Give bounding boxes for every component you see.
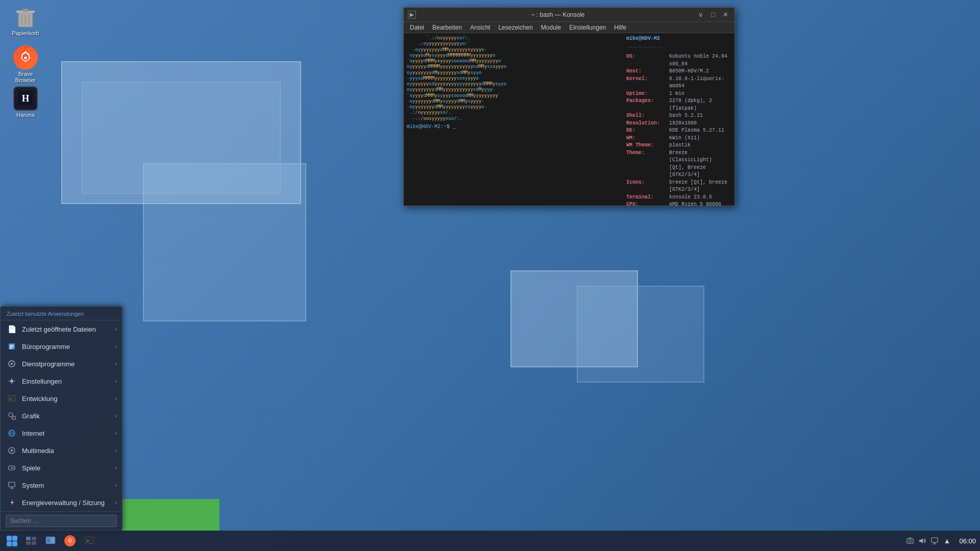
sysinfo-host: Host:B650M-HDV/M.2: [626, 68, 730, 76]
menu-item-system[interactable]: System ›: [1, 477, 122, 494]
desktop: Papierkorb Brave Browser: [0, 0, 980, 551]
terminal-menu-bearbeiten[interactable]: Bearbeiten: [428, 23, 466, 32]
terminal-menu-datei[interactable]: Datei: [406, 23, 428, 32]
svg-rect-34: [7, 536, 12, 541]
menu-item-einstellungen[interactable]: Einstellungen ›: [1, 372, 122, 390]
sysinfo-os: OS:Kubuntu noble 24.04 x86_64: [626, 53, 730, 68]
terminal-ascii-art: `.:/osyyyyyso/:. .:oyyyyyyyyyyyyyo:` -oy…: [404, 33, 622, 206]
terminal-prompt[interactable]: mike@HDV-M2:~$ _: [407, 123, 619, 131]
einstellungen-icon: [7, 376, 17, 386]
internet-arrow: ›: [115, 431, 117, 436]
terminal-taskbar-button[interactable]: >_: [80, 532, 99, 550]
menu-item-recent-files[interactable]: 📄 Zuletzt geöffnete Dateien ›: [1, 320, 122, 338]
menu-item-dienst[interactable]: Dienstprogramme ›: [1, 355, 122, 372]
terminal-window: ▶ ~ : bash — Konsole ∨ □ ✕ Datei Bearbei…: [403, 7, 735, 206]
svg-rect-50: [932, 538, 938, 542]
terminal-maximize-btn[interactable]: □: [708, 10, 718, 20]
grafik-arrow: ›: [115, 413, 117, 419]
system-tray: ▲: [905, 536, 952, 546]
svg-rect-41: [32, 541, 36, 545]
green-rect: [122, 499, 219, 531]
terminal-menu-module[interactable]: Module: [537, 23, 565, 32]
svg-rect-31: [9, 482, 15, 487]
svg-rect-44: [51, 538, 54, 540]
menu-item-multimedia[interactable]: Multimedia ›: [1, 442, 122, 459]
terminal-menu-ansicht[interactable]: Ansicht: [466, 23, 494, 32]
terminal-title: ~ : bash — Konsole: [420, 11, 696, 18]
terminal-sysinfo: mike@HDV-M2 ------------ OS:Kubuntu nobl…: [622, 33, 734, 206]
svg-text:H: H: [22, 93, 30, 104]
energy-icon: [7, 497, 17, 508]
svg-rect-38: [26, 537, 31, 540]
terminal-menu-einstellungen[interactable]: Einstellungen: [565, 23, 610, 32]
svg-point-16: [10, 380, 13, 383]
sysinfo-kernel: Kernel:6.10.9-1-liquorix-amd64: [626, 76, 730, 90]
svg-rect-40: [26, 541, 31, 545]
monitor-tray-icon[interactable]: [929, 536, 940, 546]
brave-label: Brave Browser: [7, 71, 44, 83]
volume-tray-icon[interactable]: [917, 536, 927, 546]
terminal-minimize-btn[interactable]: ∨: [696, 10, 706, 20]
menu-item-entwicklung[interactable]: >_ Entwicklung ›: [1, 390, 122, 407]
menu-item-buero[interactable]: Büroprogramme ›: [1, 338, 122, 355]
buero-arrow: ›: [115, 344, 117, 349]
terminal-titlebar: ▶ ~ : bash — Konsole ∨ □ ✕: [404, 8, 734, 22]
internet-icon: [7, 428, 17, 438]
trash-label: Papierkorb: [12, 30, 39, 36]
multimedia-arrow: ›: [115, 448, 117, 454]
entwicklung-icon: >_: [7, 393, 17, 404]
sysinfo-cpu: CPU:AMD Ryzen 5 8600G w/ Radeon 760M Gra…: [626, 201, 730, 206]
einstellungen-arrow: ›: [115, 379, 117, 384]
taskbar-right: ▲ 06:00: [901, 536, 980, 546]
start-button[interactable]: [3, 532, 21, 550]
pager-button[interactable]: [22, 532, 40, 550]
menu-item-grafik[interactable]: Grafik ›: [1, 407, 122, 424]
menu-header: Zuletzt benutzte Anwendungen: [1, 307, 122, 320]
bg-shape-6: [577, 286, 704, 383]
brave-taskbar-button[interactable]: [61, 532, 79, 550]
dienst-arrow: ›: [115, 361, 117, 367]
sysinfo-wm-theme: WM Theme:plastik: [626, 142, 730, 149]
svg-rect-12: [10, 346, 14, 347]
system-arrow: ›: [115, 483, 117, 488]
sysinfo-uptime: Uptime:1 min: [626, 90, 730, 98]
energy-arrow: ›: [115, 500, 117, 506]
expand-tray-icon[interactable]: ▲: [942, 536, 952, 546]
trash-icon: [13, 5, 38, 29]
desktop-icon-haruna[interactable]: H Haruna: [5, 84, 46, 120]
terminal-menu-hilfe[interactable]: Hilfe: [610, 23, 630, 32]
svg-rect-35: [12, 536, 17, 541]
dolphin-button[interactable]: [41, 532, 60, 550]
svg-rect-2: [22, 9, 29, 11]
menu-item-internet[interactable]: Internet ›: [1, 424, 122, 442]
svg-point-30: [13, 468, 14, 469]
desktop-icon-trash[interactable]: Papierkorb: [5, 3, 46, 38]
buero-icon: [7, 341, 17, 352]
svg-point-49: [909, 540, 912, 542]
grafik-icon: [7, 411, 17, 421]
recent-files-icon: 📄: [7, 324, 17, 334]
sysinfo-theme: Theme:Breeze (ClassicLight) [Qt], Breeze…: [626, 149, 730, 179]
terminal-sysinfo-user: mike@HDV-M2: [626, 35, 730, 43]
terminal-close-btn[interactable]: ✕: [720, 10, 730, 20]
sysinfo-resolution: Resolution:980x551: [626, 120, 730, 128]
terminal-title-icon: ▶: [408, 11, 416, 19]
desktop-icon-brave[interactable]: Brave Browser: [5, 43, 46, 85]
spiele-arrow: ›: [115, 465, 117, 471]
terminal-menu-lesezeichen[interactable]: Lesezeichen: [494, 23, 536, 32]
sysinfo-terminal: Terminal:konsole 23.8.5: [626, 194, 730, 202]
terminal-controls: ∨ □ ✕: [696, 10, 730, 20]
camera-tray-icon[interactable]: [905, 536, 915, 546]
sysinfo-packages: Packages:2278 (dpkg), 2 (flatpak): [626, 97, 730, 112]
svg-rect-48: [907, 539, 913, 543]
dienst-icon: [7, 359, 17, 369]
terminal-content: `.:/osyyyyyso/:. .:oyyyyyyyyyyyyyo:` -oy…: [404, 33, 734, 206]
taskbar-left: >_: [0, 532, 101, 550]
system-icon: [7, 480, 17, 490]
search-input[interactable]: [6, 515, 117, 527]
svg-rect-45: [51, 541, 54, 542]
menu-item-spiele[interactable]: Spiele ›: [1, 459, 122, 477]
entwicklung-arrow: ›: [115, 396, 117, 402]
menu-item-energy[interactable]: Energieverwaltung / Sitzung ›: [1, 494, 122, 511]
svg-text:>_: >_: [9, 397, 14, 401]
